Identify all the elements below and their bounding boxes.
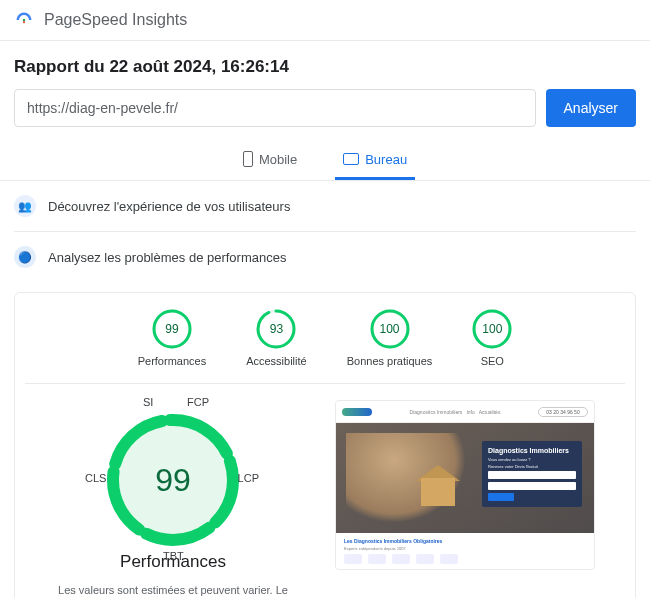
metric-fcp: FCP (187, 396, 209, 408)
page-screenshot: Diagnostics ImmobiliersInfoActualités 03… (335, 400, 595, 570)
report-title: Rapport du 22 août 2024, 16:26:14 (0, 41, 650, 89)
experience-section-title: Découvrez l'expérience de vos utilisateu… (48, 199, 290, 214)
users-icon: 👥 (14, 195, 36, 217)
analyze-button[interactable]: Analyser (546, 89, 636, 127)
metric-cls: CLS (85, 472, 106, 484)
performance-gauge: 99 SI FCP LCP TBT CLS (93, 400, 253, 560)
diagnostics-panel: 99 Performances 93 Accessibilité 100 Bon… (14, 292, 636, 598)
tab-mobile[interactable]: Mobile (235, 141, 305, 180)
diagnostics-section-title: Analysez les problèmes de performances (48, 250, 286, 265)
metric-tbt: TBT (163, 550, 184, 562)
gauge-performances[interactable]: 99 Performances (138, 309, 206, 367)
svg-point-0 (23, 19, 26, 22)
diagnostics-icon: 🔵 (14, 246, 36, 268)
tab-mobile-label: Mobile (259, 152, 297, 167)
performance-description: Les valeurs sont estimées et peuvent var… (47, 582, 299, 598)
mobile-icon (243, 151, 253, 167)
desktop-icon (343, 153, 359, 165)
logo-icon (14, 10, 34, 30)
url-input[interactable] (14, 89, 536, 127)
metric-si: SI (143, 396, 153, 408)
metric-lcp: LCP (238, 472, 259, 484)
gauge-accessibilité[interactable]: 93 Accessibilité (246, 309, 307, 367)
performance-score: 99 (93, 400, 253, 560)
gauge-seo[interactable]: 100 SEO (472, 309, 512, 367)
tab-desktop[interactable]: Bureau (335, 141, 415, 180)
app-title: PageSpeed Insights (44, 11, 187, 29)
tab-desktop-label: Bureau (365, 152, 407, 167)
gauge-bonnes pratiques[interactable]: 100 Bonnes pratiques (347, 309, 433, 367)
